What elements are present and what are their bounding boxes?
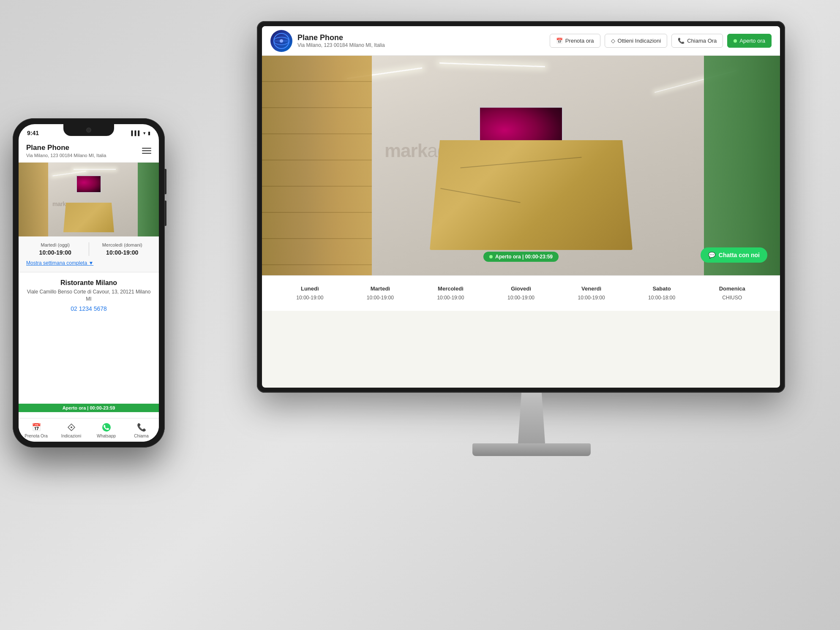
phone-store-tv-inner xyxy=(77,176,101,192)
store-hero: markagency xyxy=(262,56,780,275)
indicazioni-nav-icon xyxy=(67,423,76,432)
whatsapp-nav-icon xyxy=(102,423,111,432)
reception-desk xyxy=(430,140,633,250)
green-dot-icon xyxy=(734,39,737,43)
hours-lunedi: Lunedì 10:00-19:00 xyxy=(275,282,345,304)
chiama-btn[interactable]: 📞 Chiama Ora xyxy=(671,34,723,48)
phone-notch xyxy=(63,124,114,136)
monitor-stand-neck xyxy=(515,393,548,443)
phone-restaurant-section: Ristorante Milano Viale Camillo Benso Co… xyxy=(19,272,159,319)
product-shelves xyxy=(262,56,372,275)
monitor-stand-base xyxy=(472,443,591,456)
phone-nav-indicazioni[interactable]: Indicazioni xyxy=(54,423,89,438)
monitor-screen: Plane Phone Via Milano, 123 00184 Milano… xyxy=(262,26,780,388)
phone-time: 9:41 xyxy=(27,130,39,136)
phone-hours-row: Martedì (oggi) 10:00-19:00 Mercoledì (do… xyxy=(26,242,151,256)
phone-icon: 📞 xyxy=(678,38,685,44)
phone-mini-desk xyxy=(63,203,114,232)
phone-screen: 9:41 ▌▌▌ ▾ ▮ Plane Phone Via Milano, 123… xyxy=(19,124,159,442)
desk-lines xyxy=(430,140,633,250)
phone-bottom-nav: 📅 Prenota Ora Indicazioni xyxy=(19,418,159,442)
phone-volume-down xyxy=(165,201,166,226)
aperto-btn[interactable]: Aperto ora xyxy=(727,34,772,48)
phone-hours-divider xyxy=(89,242,89,256)
site-business-info: Plane Phone Via Milano, 123 00184 Milano… xyxy=(297,33,385,48)
phone-nav-whatsapp[interactable]: Whatsapp xyxy=(89,423,124,438)
phone-restaurant-name: Ristorante Milano xyxy=(26,279,151,287)
prenota-btn[interactable]: 📅 Prenota ora xyxy=(550,34,600,48)
whatsapp-icon: 💬 xyxy=(708,252,715,258)
desktop-logo xyxy=(270,30,292,52)
hours-giovedi: Giovedì 10:00-19:00 xyxy=(486,282,556,304)
hours-martedi: Martedì 10:00-19:00 xyxy=(345,282,416,304)
phone-store-image: markagency xyxy=(19,163,159,236)
phone-store-wood-left xyxy=(19,163,48,236)
hours-venerdi: Venerdì 10:00-19:00 xyxy=(556,282,627,304)
phone-camera xyxy=(86,128,91,133)
phone-hours-today: Martedì (oggi) 10:00-19:00 xyxy=(26,242,85,256)
hours-grid: Lunedì 10:00-19:00 Martedì 10:00-19:00 M… xyxy=(275,282,767,304)
phone-signals: ▌▌▌ ▾ ▮ xyxy=(131,130,150,136)
site-logo-area: Plane Phone Via Milano, 123 00184 Milano… xyxy=(270,30,385,52)
scene: Plane Phone Via Milano, 123 00184 Milano… xyxy=(0,0,840,630)
phone-frame: 9:41 ▌▌▌ ▾ ▮ Plane Phone Via Milano, 123… xyxy=(13,118,165,448)
prenota-nav-icon: 📅 xyxy=(32,423,41,432)
show-week-link[interactable]: Mostra settimana completa ▼ xyxy=(26,260,151,266)
phone-nav-chiama[interactable]: 📞 Chiama xyxy=(124,423,159,438)
svg-point-4 xyxy=(71,426,72,428)
phone-volume-up xyxy=(165,169,166,194)
hamburger-menu[interactable] xyxy=(142,148,151,154)
phone-header-info: Plane Phone Via Milano, 123 00184 Milano… xyxy=(26,144,106,158)
hours-section: Lunedì 10:00-19:00 Martedì 10:00-19:00 M… xyxy=(262,275,780,311)
phone-hours-tomorrow: Mercoledì (domani) 10:00-19:00 xyxy=(93,242,152,256)
phone-restaurant-phone[interactable]: 02 1234 5678 xyxy=(26,305,151,312)
chat-btn[interactable]: 💬 Chatta con noi xyxy=(701,247,767,263)
green-wall-right xyxy=(704,56,780,275)
phone-hours-section: Martedì (oggi) 10:00-19:00 Mercoledì (do… xyxy=(19,236,159,272)
phone-store-tv xyxy=(76,175,101,193)
hours-domenica: Domenica CHIUSO xyxy=(697,282,767,304)
phone-green-wall xyxy=(138,163,159,236)
phone-ceiling-light-2 xyxy=(74,169,116,170)
phone-open-banner: Aperto ora | 00:00-23:59 xyxy=(19,404,159,412)
desk-body xyxy=(430,140,633,250)
desktop-business-name: Plane Phone xyxy=(297,33,385,42)
svg-point-3 xyxy=(280,39,283,43)
svg-point-5 xyxy=(102,423,111,432)
phone-business-name: Plane Phone xyxy=(26,144,106,152)
indicazioni-btn[interactable]: ◇ Ottieni Indicazioni xyxy=(605,34,668,48)
phone-nav-prenota[interactable]: 📅 Prenota Ora xyxy=(19,423,54,438)
phone-app-header: Plane Phone Via Milano, 123 00184 Milano… xyxy=(19,140,159,163)
open-status-badge: Aperto ora | 00:00-23:59 xyxy=(483,252,559,262)
hours-mercoledi: Mercoledì 10:00-19:00 xyxy=(415,282,486,304)
status-dot xyxy=(489,255,493,258)
desktop-address: Via Milano, 123 00184 Milano MI, Italia xyxy=(297,42,385,48)
header-buttons: 📅 Prenota ora ◇ Ottieni Indicazioni 📞 Ch… xyxy=(550,34,772,48)
navigation-icon: ◇ xyxy=(611,38,615,44)
phone-wrapper: 9:41 ▌▌▌ ▾ ▮ Plane Phone Via Milano, 123… xyxy=(13,118,165,448)
ceiling-light-2 xyxy=(439,62,545,68)
chiama-nav-icon: 📞 xyxy=(137,423,146,432)
site-header: Plane Phone Via Milano, 123 00184 Milano… xyxy=(262,26,780,56)
phone-address: Via Milano, 123 00184 Milano MI, Italia xyxy=(26,153,106,158)
battery-icon: ▮ xyxy=(148,130,150,136)
signal-bars: ▌▌▌ xyxy=(131,130,141,136)
store-interior: markagency xyxy=(262,56,780,275)
calendar-icon: 📅 xyxy=(556,38,563,44)
monitor-wrapper: Plane Phone Via Milano, 123 00184 Milano… xyxy=(257,21,806,464)
monitor-frame: Plane Phone Via Milano, 123 00184 Milano… xyxy=(257,21,785,393)
hours-sabato: Sabato 10:00-18:00 xyxy=(627,282,697,304)
wifi-icon: ▾ xyxy=(143,130,146,136)
phone-restaurant-addr: Viale Camillo Benso Corte di Cavour, 13,… xyxy=(26,288,151,303)
